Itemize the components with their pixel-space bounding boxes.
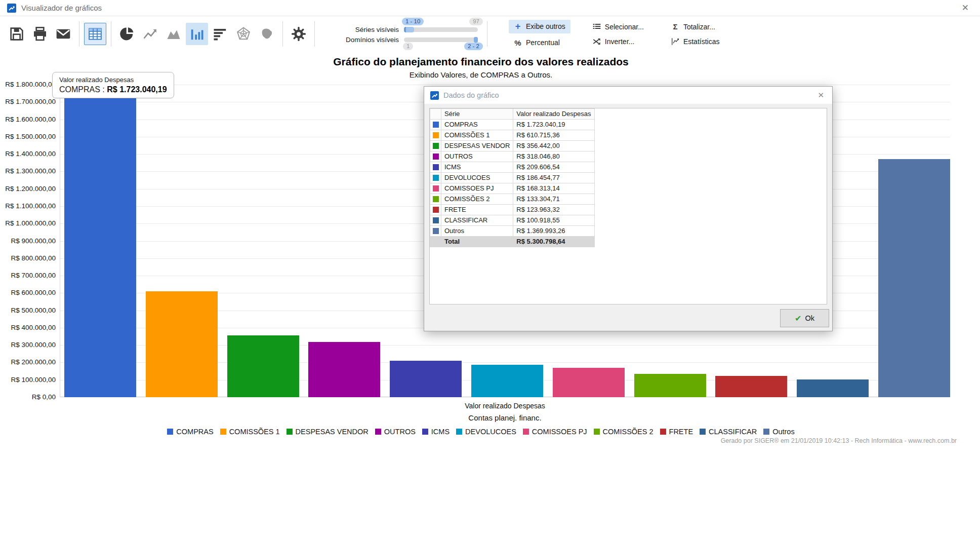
bar-frete[interactable]	[715, 376, 787, 397]
plus-icon: +	[514, 21, 522, 32]
bar-outros[interactable]	[308, 342, 380, 397]
window-title: Visualizador de gráficos	[21, 4, 958, 12]
estatisticas-label: Estatísticas	[683, 37, 720, 46]
table-row-despesas-vendor[interactable]: DESPESAS VENDORR$ 356.442,00	[430, 141, 595, 151]
print-button[interactable]	[29, 23, 51, 45]
bar-compras[interactable]	[64, 98, 136, 397]
legend-item-compras[interactable]: COMPRAS	[167, 428, 213, 436]
y-tick-label: R$ 1.000.000,00	[0, 219, 56, 228]
y-tick-label: R$ 1.200.000,00	[0, 184, 56, 194]
exibe-outros-button[interactable]: + Exibe outros	[509, 20, 570, 33]
legend-item-comissões-1[interactable]: COMISSÕES 1	[220, 428, 280, 436]
table-row-outros[interactable]: OUTROSR$ 318.046,80	[430, 151, 595, 162]
shuffle-icon	[593, 37, 601, 46]
value-cell: R$ 123.963,32	[513, 205, 594, 215]
window-close-icon[interactable]: ✕	[958, 3, 973, 13]
legend-item-comissoes-pj[interactable]: COMISSOES PJ	[523, 428, 587, 436]
legend-swatch	[660, 429, 666, 435]
table-row-compras[interactable]: COMPRASR$ 1.723.040,19	[430, 120, 595, 130]
estatisticas-button[interactable]: Estatísticas	[666, 36, 725, 47]
ok-button[interactable]: ✔ Ok	[780, 309, 829, 327]
series-visible-slider[interactable]	[404, 27, 478, 32]
percentual-button[interactable]: % Percentual	[509, 37, 570, 49]
serie-cell: FRETE	[441, 205, 513, 215]
map-chart-button[interactable]	[256, 23, 278, 45]
bar-classificar[interactable]	[797, 379, 869, 397]
chart-data-table: Série Valor realizado Despesas COMPRASR$…	[430, 108, 595, 247]
toolbar-button-column-3: Σ Totalizar... Estatísticas	[666, 21, 725, 47]
legend-item-icms[interactable]: ICMS	[422, 428, 450, 436]
legend-item-outros[interactable]: Outros	[763, 428, 795, 436]
series-color-swatch	[433, 154, 439, 160]
settings-gear-button[interactable]	[288, 23, 310, 45]
totalizar-label: Totalizar...	[683, 23, 715, 31]
legend-swatch	[523, 429, 529, 435]
stats-icon	[671, 37, 679, 46]
legend-label: COMISSOES PJ	[532, 428, 587, 436]
series-color-swatch	[433, 228, 439, 234]
y-tick-label: R$ 1.700.000,00	[0, 97, 56, 106]
column-chart-button[interactable]	[186, 23, 208, 45]
legend-item-frete[interactable]: FRETE	[660, 428, 693, 436]
window-titlebar: Visualizador de gráficos ✕	[0, 0, 980, 16]
legend-item-classificar[interactable]: CLASSIFICAR	[700, 428, 757, 436]
legend-item-despesas-vendor[interactable]: DESPESAS VENDOR	[287, 428, 369, 436]
toolbar-separator	[314, 21, 315, 47]
table-row-devolucoes[interactable]: DEVOLUCOESR$ 186.454,77	[430, 173, 595, 183]
tooltip-value-line: COMPRAS : R$ 1.723.040,19	[59, 85, 167, 94]
dialog-table-body: COMPRASR$ 1.723.040,19COMISSÕES 1R$ 610.…	[430, 120, 595, 237]
legend-swatch	[456, 429, 462, 435]
bar-despesas-vendor[interactable]	[227, 335, 299, 397]
pie-chart-button[interactable]	[116, 23, 138, 45]
area-chart-button[interactable]	[162, 23, 185, 45]
inverter-button[interactable]: Inverter...	[588, 36, 649, 47]
bar-devolucoes[interactable]	[471, 365, 543, 397]
bar-icms[interactable]	[390, 361, 462, 397]
bar-comissoes-pj[interactable]	[553, 368, 625, 397]
dialog-data-panel: Série Valor realizado Despesas COMPRASR$…	[429, 108, 827, 304]
selecionar-button[interactable]: Selecionar...	[588, 21, 649, 32]
series-color-swatch	[433, 217, 439, 223]
toolbar-button-column-1: + Exibe outros % Percentual	[509, 20, 570, 49]
dialog-close-icon[interactable]: ✕	[815, 91, 826, 100]
y-tick-label: R$ 1.800.000,00	[0, 80, 56, 89]
tooltip-value: R$ 1.723.040,19	[107, 85, 167, 94]
y-tick-label: R$ 500.000,00	[0, 306, 56, 315]
table-header-row: Série Valor realizado Despesas	[430, 109, 595, 120]
bar-comissões-1[interactable]	[146, 291, 218, 397]
table-row-outros[interactable]: OutrosR$ 1.369.993,26	[430, 226, 595, 237]
horizontal-bar-chart-button[interactable]	[209, 23, 231, 45]
table-row-comissoes-pj[interactable]: COMISSOES PJR$ 168.313,14	[430, 183, 595, 194]
save-button[interactable]	[6, 23, 28, 45]
table-row-comissões-2[interactable]: COMISSÕES 2R$ 133.304,71	[430, 194, 595, 205]
series-color-swatch	[433, 122, 439, 128]
line-chart-button[interactable]	[139, 23, 161, 45]
totalizar-button[interactable]: Σ Totalizar...	[666, 21, 725, 32]
legend-item-outros[interactable]: OUTROS	[375, 428, 416, 436]
table-row-classificar[interactable]: CLASSIFICARR$ 100.918,55	[430, 215, 595, 226]
domains-slider-handle[interactable]	[474, 37, 478, 43]
legend-swatch	[700, 429, 706, 435]
bar-outros[interactable]	[878, 159, 950, 397]
domains-visible-slider[interactable]	[404, 37, 478, 42]
check-icon: ✔	[795, 314, 801, 323]
total-label: Total	[441, 237, 513, 247]
bar-comissões-2[interactable]	[634, 374, 706, 397]
table-view-button[interactable]	[84, 23, 106, 45]
series-slider-handle[interactable]	[404, 27, 414, 32]
value-column-header: Valor realizado Despesas	[513, 109, 594, 120]
radar-chart-button[interactable]	[232, 23, 255, 45]
table-row-icms[interactable]: ICMSR$ 209.606,54	[430, 162, 595, 173]
table-row-frete[interactable]: FRETER$ 123.963,32	[430, 205, 595, 215]
domains-visible-label: Domínios visíveis	[322, 36, 399, 44]
domains-range-badge: 2 - 2	[464, 43, 483, 50]
toolbar-separator	[79, 21, 79, 47]
serie-cell: COMISSÕES 2	[441, 194, 513, 205]
legend-item-devolucoes[interactable]: DEVOLUCOES	[456, 428, 516, 436]
dialog-title: Dados do gráfico	[443, 91, 815, 99]
inverter-label: Inverter...	[605, 37, 634, 46]
serie-cell: DESPESAS VENDOR	[441, 141, 513, 151]
legend-item-comissões-2[interactable]: COMISSÕES 2	[594, 428, 654, 436]
table-row-comissões-1[interactable]: COMISSÕES 1R$ 610.715,36	[430, 130, 595, 141]
email-button[interactable]	[52, 23, 74, 45]
